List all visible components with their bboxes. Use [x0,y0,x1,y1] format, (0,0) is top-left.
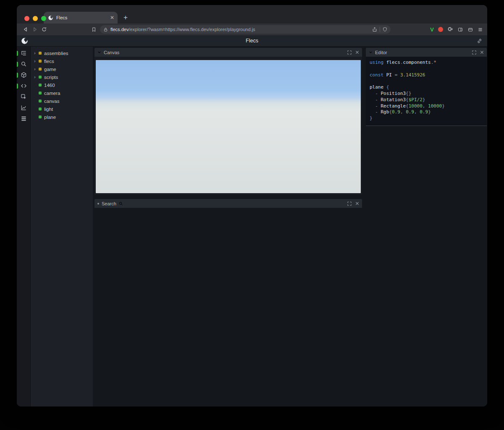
browser-window: Flecs ✕ + flecs.dev/explorer/?wasm=https… [17,5,487,406]
canvas-panel-title: Canvas [104,50,119,55]
canvas-panel-button[interactable] [17,72,30,79]
tree-item[interactable]: › light [31,105,93,113]
traffic-lights [24,16,46,21]
editor-panel: Editor using flecs.components.* const P [366,48,487,126]
canvas-3d-viewport[interactable] [96,60,361,193]
address-bar[interactable]: flecs.dev/explorer/?wasm=https://www.fle… [100,25,391,34]
expand-arrow-icon[interactable]: › [34,75,38,79]
flecs-explorer-app: Flecs [17,35,487,406]
expand-arrow-icon[interactable]: › [34,51,38,55]
editor-panel-button[interactable] [17,83,30,89]
tree-item-label: assemblies [44,51,68,56]
inspect-cursor-icon [21,94,27,100]
chevron-down-icon[interactable] [97,50,101,54]
tree-item[interactable]: › plane [31,113,93,121]
zoom-window-button[interactable] [41,16,46,21]
tree-item[interactable]: › game [31,65,93,73]
entity-color-square [39,92,42,94]
entity-color-square [39,68,42,71]
forward-button[interactable] [30,25,39,34]
rows-panel-button[interactable] [17,115,30,122]
tree-item-label: camera [44,91,60,96]
rows-icon [21,115,27,122]
navigation-bar: flecs.dev/explorer/?wasm=https://www.fle… [17,24,487,35]
back-button[interactable] [21,25,30,34]
code-line: plane { [370,84,483,91]
tree-item[interactable]: › flecs [31,57,93,65]
active-indicator [17,62,18,67]
tree-item[interactable]: › camera [31,89,93,97]
entities-cube-icon [21,72,27,79]
menu-icon[interactable] [478,27,483,32]
code-line: - Rotation3{$PI/2} [370,97,483,103]
center-column: Canvas [93,47,364,406]
tree-item-label: scripts [44,75,58,80]
bookmark-icon[interactable] [89,25,98,34]
tree-item[interactable]: › assemblies [31,49,93,57]
tree-item-label: game [44,67,56,72]
browser-tab[interactable]: Flecs ✕ [44,12,118,24]
search-panel-button[interactable] [17,61,30,68]
address-bar-divider [380,27,380,32]
left-icon-strip [17,47,31,406]
close-window-button[interactable] [24,16,29,21]
inspect-panel-button[interactable] [17,94,30,100]
url-path: /explorer/?wasm=https://www.flecs.dev/ex… [129,27,255,32]
search-panel-title: Search [102,201,116,206]
close-icon[interactable] [355,50,359,54]
expand-arrow-icon[interactable]: › [34,67,38,71]
expand-arrow-icon[interactable]: › [34,59,38,63]
reload-button[interactable] [39,25,49,34]
fullscreen-icon[interactable] [347,202,352,206]
app-body: › assemblies › flecs › game › [17,47,487,406]
code-line: } [370,115,483,122]
canvas-panel: Canvas [94,48,362,195]
code-line: const PI = 3.1415926 [370,72,483,79]
tree-item-label: canvas [44,99,59,104]
entity-color-square [39,100,42,102]
stats-chart-icon [21,105,27,111]
editor-panel-title: Editor [375,50,387,55]
search-icon [21,61,27,68]
tab-close-icon[interactable]: ✕ [110,15,114,20]
editor-panel-header: Editor [366,48,487,57]
right-column: Editor using flecs.components.* const P [364,47,487,406]
tree-item-label: flecs [44,59,54,64]
magnifier-icon [119,202,123,206]
canvas-body [94,57,362,195]
minimize-window-button[interactable] [33,16,38,21]
wallet-icon[interactable] [467,27,473,32]
extensions-puzzle-icon[interactable] [447,26,453,32]
tree-panel-button[interactable] [17,50,30,57]
new-tab-button[interactable]: + [123,14,128,21]
entity-color-square [39,52,42,55]
close-icon[interactable] [480,50,484,54]
share-icon[interactable] [372,27,377,32]
tree-item[interactable]: › 1460 [31,81,93,89]
fullscreen-icon[interactable] [472,50,476,55]
entity-tree-panel: › assemblies › flecs › game › [31,47,93,406]
main-area: Canvas [93,47,487,406]
brave-shield-icon[interactable] [383,27,387,32]
tree-item[interactable]: › scripts [31,73,93,81]
chevron-down-icon[interactable] [369,50,373,54]
browser-extensions-area: V [430,26,483,33]
entity-color-square [39,115,42,118]
code-editor[interactable]: using flecs.components.* const PI = 3.14… [366,57,487,126]
lock-icon [103,27,108,32]
code-line [370,66,483,72]
share-link-icon[interactable] [477,38,482,44]
code-line: - Rgb{0.9, 0.9, 0.9} [370,109,483,115]
url-text: flecs.dev/explorer/?wasm=https://www.fle… [110,27,370,32]
fullscreen-icon[interactable] [347,50,352,55]
extension-v-icon[interactable]: V [430,26,434,33]
stats-panel-button[interactable] [17,105,30,111]
sidebar-toggle-icon[interactable] [457,27,463,32]
tree-item[interactable]: › canvas [31,97,93,105]
extension-red-icon[interactable] [438,27,443,32]
search-panel-header: Search [94,199,362,208]
close-icon[interactable] [355,202,359,205]
entity-color-square [39,84,42,87]
code-icon [21,83,27,89]
tree-item-label: light [44,107,53,112]
